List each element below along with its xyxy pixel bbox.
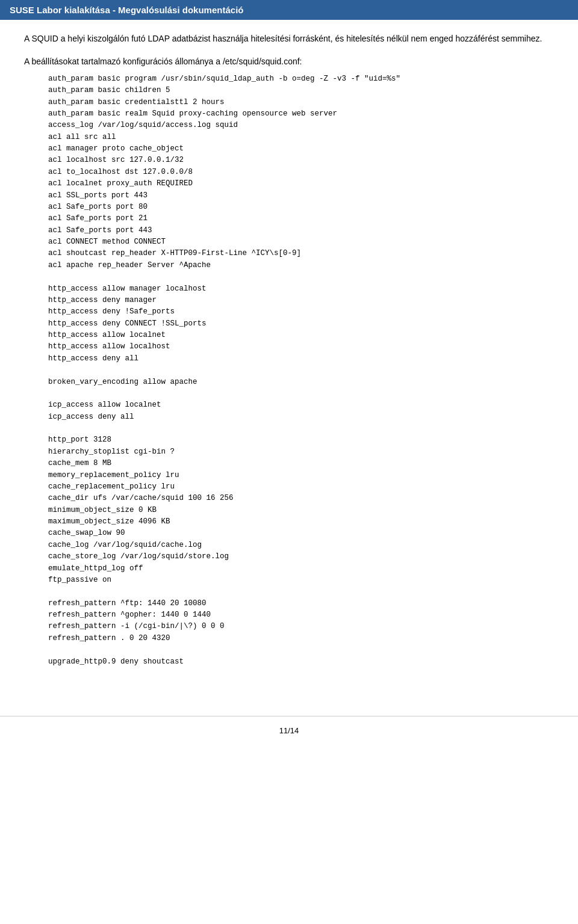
page-content: A SQUID a helyi kiszolgálón futó LDAP ad… [0,20,578,692]
section-intro: A beállításokat tartalmazó konfigurációs… [24,55,554,68]
intro-paragraph: A SQUID a helyi kiszolgálón futó LDAP ad… [24,32,554,45]
page-number: 11/14 [279,726,299,735]
header-title: SUSE Labor kialakítása - Megvalósulási d… [10,5,243,15]
code-block: auth_param basic program /usr/sbin/squid… [48,73,554,668]
page-footer: 11/14 [0,716,578,745]
page-header: SUSE Labor kialakítása - Megvalósulási d… [0,0,578,20]
